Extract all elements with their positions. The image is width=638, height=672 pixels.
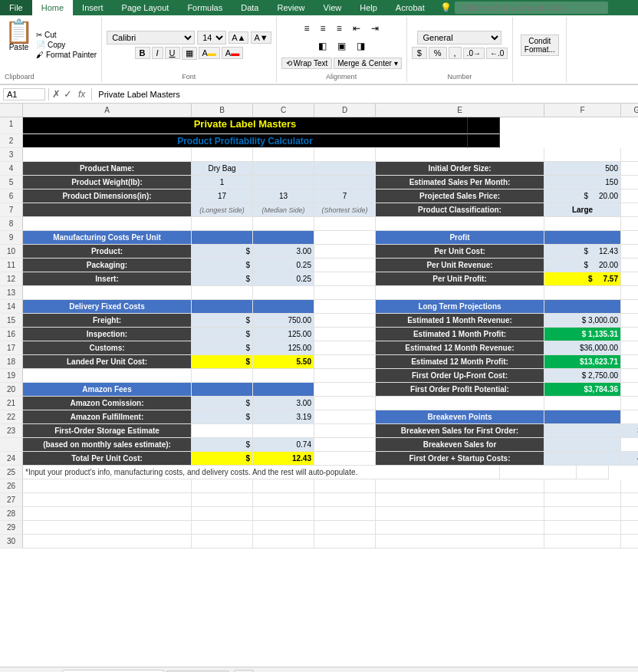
cell[interactable] xyxy=(621,286,638,300)
cell[interactable] xyxy=(621,507,638,521)
row-header[interactable]: 24 xyxy=(0,452,23,466)
comma-btn[interactable]: , xyxy=(449,47,462,59)
cell[interactable] xyxy=(376,397,544,410)
tab-formulas[interactable]: Formulas xyxy=(178,0,232,15)
cell[interactable] xyxy=(544,300,621,314)
cell[interactable] xyxy=(376,521,544,535)
cell[interactable]: $3,784.36 xyxy=(544,383,621,397)
cell[interactable]: $ 12.43 xyxy=(544,245,621,259)
cell[interactable] xyxy=(23,286,192,300)
cell[interactable] xyxy=(192,300,253,314)
cell[interactable] xyxy=(468,134,500,148)
row-header[interactable]: 10 xyxy=(0,245,23,259)
cell[interactable] xyxy=(192,148,253,162)
cell[interactable] xyxy=(376,286,544,300)
cancel-icon[interactable]: ✗ xyxy=(52,88,61,100)
cell[interactable]: Total Per Unit Cost: xyxy=(23,452,192,466)
cell[interactable] xyxy=(192,286,253,300)
cell[interactable] xyxy=(621,410,638,424)
cell[interactable]: Large xyxy=(544,203,621,217)
row-header[interactable]: 9 xyxy=(0,231,23,245)
row-header[interactable]: 25 xyxy=(0,466,23,479)
cell[interactable] xyxy=(253,148,314,162)
cell[interactable] xyxy=(621,493,638,507)
cell[interactable] xyxy=(314,341,376,355)
currency-btn[interactable]: $ xyxy=(412,47,427,59)
cell[interactable]: Breakeven Sales for First Order: xyxy=(376,424,544,438)
cell[interactable]: $36,000.00 xyxy=(544,341,621,355)
cell[interactable] xyxy=(23,493,192,507)
cell[interactable] xyxy=(621,259,638,272)
formula-input[interactable] xyxy=(95,90,635,99)
cell[interactable]: Product Name: xyxy=(23,162,192,176)
row-header[interactable]: 23 xyxy=(0,424,23,438)
cell[interactable]: Estimated 1 Month Revenue: xyxy=(376,314,544,328)
row-header[interactable]: 13 xyxy=(0,286,23,300)
cell[interactable]: Profit xyxy=(376,231,544,245)
cell[interactable] xyxy=(23,148,192,162)
cell[interactable] xyxy=(253,521,314,535)
align-center-top-btn[interactable]: ≡ xyxy=(316,21,331,36)
cell[interactable] xyxy=(314,300,376,314)
cell[interactable] xyxy=(314,231,376,245)
confirm-icon[interactable]: ✓ xyxy=(64,88,72,100)
tab-home[interactable]: Home xyxy=(32,0,73,15)
cell[interactable] xyxy=(376,148,544,162)
cell[interactable]: Freight: xyxy=(23,314,192,328)
cell[interactable] xyxy=(544,148,621,162)
cell[interactable]: Product: xyxy=(23,245,192,259)
cell[interactable] xyxy=(544,493,621,507)
cell[interactable] xyxy=(192,369,253,383)
cell[interactable]: $ xyxy=(192,397,253,410)
add-sheet-btn[interactable]: + xyxy=(234,670,254,673)
cell[interactable]: $ xyxy=(192,272,253,286)
font-color-btn[interactable]: A▬ xyxy=(222,47,243,59)
cell[interactable] xyxy=(192,507,253,521)
cell[interactable]: 0.25 xyxy=(253,272,314,286)
decrease-decimal-btn[interactable]: ←.0 xyxy=(486,48,508,59)
sheet-tab-profitability[interactable]: Profitability Calculator xyxy=(62,670,164,673)
cell[interactable] xyxy=(621,203,638,217)
search-input[interactable] xyxy=(455,2,608,14)
tab-page-layout[interactable]: Page Layout xyxy=(113,0,179,15)
cell[interactable] xyxy=(314,369,376,383)
cell[interactable] xyxy=(621,314,638,328)
cell[interactable]: 5.50 xyxy=(253,355,314,369)
cell[interactable]: 3.00 xyxy=(253,245,314,259)
col-header-a[interactable]: A xyxy=(23,104,192,117)
tab-view[interactable]: View xyxy=(314,0,351,15)
cell[interactable]: 7 xyxy=(314,189,376,203)
align-left-btn[interactable]: ◧ xyxy=(314,38,331,54)
decrease-font-btn[interactable]: A▼ xyxy=(251,31,271,44)
merge-center-btn[interactable]: Merge & Center ▾ xyxy=(334,58,401,69)
cell[interactable]: Per Unit Profit: xyxy=(376,272,544,286)
col-header-e[interactable]: E xyxy=(376,104,544,117)
cell[interactable]: Estimated 1 Month Profit: xyxy=(376,328,544,341)
cell[interactable] xyxy=(621,245,638,259)
cell[interactable]: First Order Profit Potential: xyxy=(376,383,544,397)
cell[interactable] xyxy=(621,369,638,383)
row-header[interactable]: 22 xyxy=(0,410,23,424)
cell[interactable]: Product Classification: xyxy=(376,203,544,217)
cell[interactable] xyxy=(192,424,253,438)
cell[interactable] xyxy=(544,521,621,535)
cell[interactable] xyxy=(621,162,638,176)
cell[interactable] xyxy=(376,493,544,507)
border-btn[interactable]: ▦ xyxy=(182,47,197,60)
cell[interactable] xyxy=(192,217,253,231)
cell[interactable]: Estimated 12 Month Revenue: xyxy=(376,341,544,355)
align-right-top-btn[interactable]: ≡ xyxy=(332,21,347,36)
cell[interactable] xyxy=(544,452,621,466)
cell[interactable]: 1 xyxy=(192,176,253,189)
tab-data[interactable]: Data xyxy=(232,0,268,15)
paste-button[interactable]: 📋 Paste xyxy=(5,20,33,70)
cell[interactable]: Amazon Fees xyxy=(23,383,192,397)
tab-help[interactable]: Help xyxy=(350,0,386,15)
cell[interactable] xyxy=(621,397,638,410)
cell[interactable] xyxy=(376,217,544,231)
tab-file[interactable]: File xyxy=(0,0,32,15)
row-header[interactable]: 14 xyxy=(0,300,23,314)
cell[interactable] xyxy=(621,383,638,397)
font-name-select[interactable]: Calibri xyxy=(107,31,195,44)
cell[interactable] xyxy=(577,466,609,479)
